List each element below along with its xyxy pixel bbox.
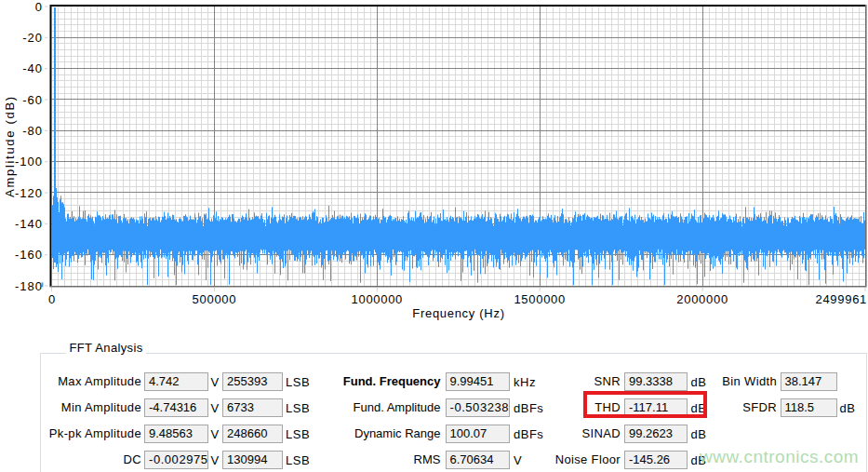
svg-text:0: 0 [48,292,56,306]
svg-text:-20: -20 [22,31,43,45]
svg-text:-180: -180 [15,279,43,293]
svg-text:2000000: 2000000 [676,292,728,306]
svg-text:2499961: 2499961 [815,292,867,306]
svg-text:-60: -60 [22,93,43,107]
svg-text:1500000: 1500000 [514,292,566,306]
svg-text:-100: -100 [15,155,43,169]
svg-text:500000: 500000 [193,292,237,306]
svg-text:-160: -160 [15,248,43,262]
svg-text:-120: -120 [15,186,43,200]
svg-text:-140: -140 [15,217,43,231]
svg-text:1000000: 1000000 [352,292,404,306]
svg-text:-40: -40 [22,61,43,75]
svg-text:-80: -80 [22,124,43,138]
svg-text:Frequency (Hz): Frequency (Hz) [412,306,504,320]
svg-text:0: 0 [35,0,43,14]
svg-text:Amplitude (dB): Amplitude (dB) [3,95,17,197]
